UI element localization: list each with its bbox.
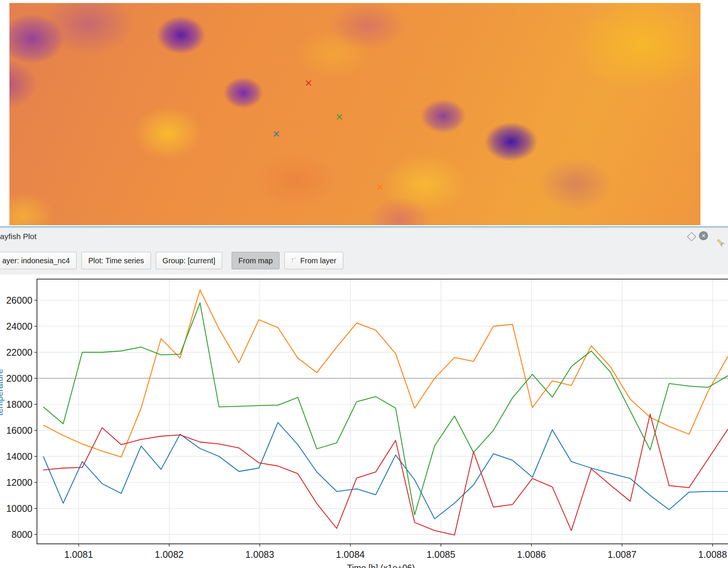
toolbar-button-label: Group: [current] bbox=[163, 256, 215, 265]
plot-toolbar: ayer: indonesia_nc4Plot: Time seriesGrou… bbox=[0, 247, 728, 274]
wrench-settings-icon[interactable] bbox=[715, 237, 726, 248]
y-tick-label: 22000 bbox=[6, 347, 32, 358]
map-canvas[interactable] bbox=[0, 0, 728, 226]
toolbar-button-from-map[interactable]: From map bbox=[232, 252, 280, 269]
chart-svg: 8000100001200014000160001800020000220002… bbox=[0, 275, 728, 568]
y-tick-label: 10000 bbox=[6, 503, 32, 514]
x-tick-label: 1.0086 bbox=[517, 549, 546, 560]
plot-frame bbox=[37, 279, 728, 544]
float-panel-icon[interactable] bbox=[687, 232, 696, 241]
y-tick-label: 20000 bbox=[6, 373, 32, 384]
toolbar-button-plot-time-series[interactable]: Plot: Time series bbox=[81, 252, 151, 269]
x-axis-title: Time [h] (x1e+06) bbox=[347, 563, 415, 568]
x-tick-label: 1.0081 bbox=[64, 549, 93, 560]
x-tick-label: 1.0084 bbox=[336, 549, 365, 560]
raster-heatmap-layer[interactable] bbox=[9, 3, 700, 225]
crayfish-plot-panel: ayfish Plot ✕ ayer: indonesia_nc4Plot: T… bbox=[0, 229, 728, 568]
toolbar-button-label: From map bbox=[238, 256, 273, 265]
x-tick-label: 1.0087 bbox=[608, 549, 636, 560]
x-tick-label: 1.0082 bbox=[155, 549, 183, 560]
y-axis-title: temperature bbox=[0, 369, 5, 416]
y-tick-label: 18000 bbox=[6, 399, 32, 410]
y-tick-label: 26000 bbox=[6, 295, 32, 305]
toolbar-button-ayer-indonesia-nc4[interactable]: ayer: indonesia_nc4 bbox=[0, 252, 77, 269]
blue-point-series bbox=[43, 422, 728, 519]
y-tick-label: 24000 bbox=[6, 321, 32, 332]
layer-points-icon bbox=[291, 257, 297, 264]
panel-title: ayfish Plot bbox=[0, 232, 37, 241]
y-tick-label: 16000 bbox=[6, 425, 32, 436]
orange-point-series bbox=[43, 290, 728, 457]
y-tick-label: 8000 bbox=[11, 529, 32, 540]
time-series-chart[interactable]: 8000100001200014000160001800020000220002… bbox=[0, 275, 728, 568]
toolbar-button-group-current-[interactable]: Group: [current] bbox=[156, 252, 222, 269]
toolbar-button-label: From layer bbox=[300, 256, 336, 265]
toolbar-button-label: ayer: indonesia_nc4 bbox=[2, 256, 70, 265]
x-tick-label: 1.0085 bbox=[427, 549, 455, 560]
y-tick-label: 14000 bbox=[6, 451, 32, 462]
panel-splitter[interactable] bbox=[0, 226, 728, 229]
y-tick-label: 12000 bbox=[6, 477, 32, 488]
panel-titlebar[interactable]: ayfish Plot ✕ bbox=[0, 229, 728, 246]
x-tick-label: 1.0083 bbox=[245, 549, 274, 560]
toolbar-button-from-layer[interactable]: From layer bbox=[284, 252, 343, 269]
toolbar-button-label: Plot: Time series bbox=[88, 256, 144, 265]
x-tick-label: 1.0088 bbox=[698, 549, 727, 560]
green-point-series bbox=[43, 303, 728, 515]
close-panel-icon[interactable]: ✕ bbox=[699, 231, 708, 240]
